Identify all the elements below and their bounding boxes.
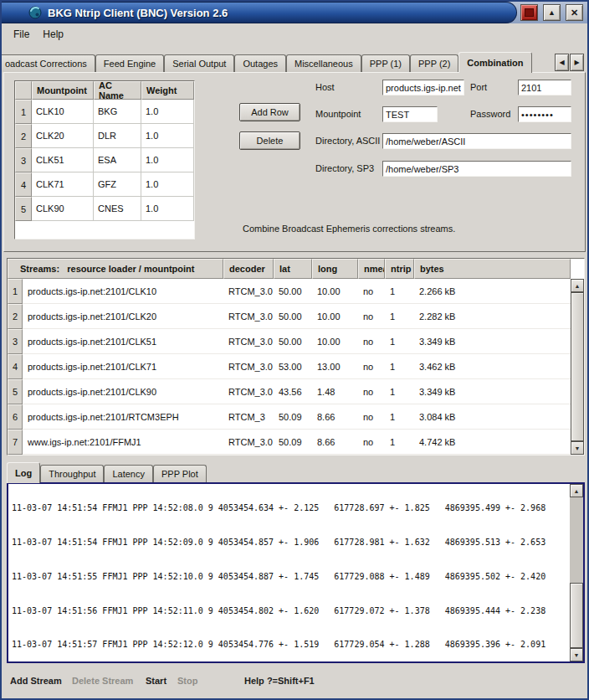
add-row-button[interactable]: Add Row [239, 103, 300, 121]
bytes-cell[interactable]: 3.349 kB [414, 329, 571, 354]
mountpoint-cell[interactable]: CLK90 [32, 197, 94, 221]
decoder-cell[interactable]: RTCM_3.0 [223, 354, 274, 379]
stream-url-cell[interactable]: products.igs-ip.net:2101/CLK10 [23, 279, 223, 304]
password-input[interactable] [518, 106, 571, 122]
bytes-cell[interactable]: 2.266 kB [414, 279, 571, 304]
menu-file[interactable]: File [7, 27, 36, 42]
ac-name-cell[interactable]: DLR [94, 124, 141, 148]
nmea-cell[interactable]: no [358, 354, 385, 379]
row-number[interactable]: 6 [8, 404, 23, 430]
ntrip-cell[interactable]: 1 [385, 354, 414, 379]
lat-cell[interactable]: 50.09 [274, 404, 312, 430]
decoder-cell[interactable]: RTCM_3 [223, 404, 274, 430]
scrollbar-thumb[interactable] [571, 292, 584, 441]
lat-cell[interactable]: 50.09 [274, 430, 312, 455]
mountpoint-cell[interactable]: CLK71 [32, 172, 94, 197]
help-button[interactable]: Help ?=Shift+F1 [244, 676, 315, 686]
maximize-button[interactable]: ▲ [543, 4, 561, 21]
row-number[interactable]: 5 [15, 197, 32, 221]
menu-help[interactable]: Help [36, 27, 70, 42]
tab-ppp-plot[interactable]: PPP Plot [153, 465, 207, 482]
ntrip-cell[interactable]: 1 [385, 430, 414, 455]
ac-name-cell[interactable]: GFZ [94, 172, 141, 197]
directory-sp3-input[interactable] [382, 161, 571, 177]
weight-cell[interactable]: 1.0 [141, 148, 194, 172]
header-ac-name[interactable]: AC Name [94, 81, 141, 100]
decoder-cell[interactable]: RTCM_3.0 [223, 329, 274, 354]
lat-cell[interactable]: 50.00 [274, 279, 312, 304]
lat-cell[interactable]: 50.00 [274, 304, 312, 329]
tab-throughput[interactable]: Throughput [40, 465, 104, 482]
mountpoint-input[interactable] [382, 106, 438, 122]
bytes-cell[interactable]: 4.742 kB [414, 430, 571, 455]
tab-combination[interactable]: Combination [458, 52, 531, 73]
row-number[interactable]: 3 [8, 329, 23, 354]
ntrip-cell[interactable]: 1 [385, 279, 414, 304]
stream-url-cell[interactable]: products.igs-ip.net:2101/CLK20 [23, 304, 223, 329]
scroll-down-icon[interactable]: ▼ [570, 648, 583, 661]
weight-cell[interactable]: 1.0 [141, 124, 194, 148]
lat-cell[interactable]: 53.00 [274, 354, 312, 379]
decoder-cell[interactable]: RTCM_3.0 [223, 279, 274, 304]
host-input[interactable] [382, 80, 464, 95]
tab-outages[interactable]: Outages [234, 54, 286, 72]
scrollbar-thumb[interactable] [570, 583, 583, 648]
scroll-down-icon[interactable]: ▼ [571, 441, 584, 455]
delete-button[interactable]: Delete [239, 131, 300, 150]
row-number[interactable]: 7 [8, 430, 23, 455]
weight-cell[interactable]: 1.0 [141, 197, 194, 221]
nmea-cell[interactable]: no [358, 404, 385, 430]
long-cell[interactable]: 10.00 [312, 304, 358, 329]
long-cell[interactable]: 8.66 [312, 430, 358, 455]
row-number[interactable]: 5 [8, 379, 23, 404]
row-number[interactable]: 2 [8, 304, 23, 329]
ac-name-cell[interactable]: CNES [94, 197, 141, 221]
tab-latency[interactable]: Latency [104, 465, 153, 482]
long-cell[interactable]: 8.66 [312, 404, 358, 430]
tab-feed-engine[interactable]: Feed Engine [95, 54, 164, 72]
titlebar[interactable]: BKG Ntrip Client (BNC) Version 2.6 ▲ ✕ [2, 2, 587, 23]
decoder-cell[interactable]: RTCM_3.0 [223, 430, 274, 455]
header-nmea[interactable]: nmea [358, 259, 385, 279]
mountpoint-cell[interactable]: CLK10 [32, 100, 94, 124]
stream-url-cell[interactable]: products.igs-ip.net:2101/RTCM3EPH [23, 404, 223, 430]
header-lat[interactable]: lat [274, 259, 312, 279]
tab-broadcast-corrections[interactable]: oadcast Corrections [2, 54, 95, 72]
bytes-cell[interactable]: 3.462 kB [414, 354, 571, 379]
minimize-button[interactable] [520, 4, 538, 21]
long-cell[interactable]: 10.00 [312, 329, 358, 354]
ntrip-cell[interactable]: 1 [385, 404, 414, 430]
tab-ppp-1[interactable]: PPP (1) [361, 54, 410, 72]
bytes-cell[interactable]: 2.282 kB [414, 304, 571, 329]
nmea-cell[interactable]: no [358, 329, 385, 354]
log-output[interactable]: 11-03-07 14:51:54 FFMJ1 PPP 14:52:08.0 9… [7, 482, 585, 663]
tab-scroll-left-icon[interactable]: ◀ [555, 54, 569, 71]
nmea-cell[interactable]: no [358, 430, 385, 455]
header-mountpoint[interactable]: Mountpoint [32, 81, 94, 100]
tab-miscellaneous[interactable]: Miscellaneous [286, 54, 361, 72]
ac-name-cell[interactable]: ESA [94, 148, 141, 172]
row-number[interactable]: 4 [8, 354, 23, 379]
mountpoint-cell[interactable]: CLK51 [32, 148, 94, 172]
streams-scrollbar[interactable]: ▲ ▼ [571, 279, 584, 455]
stream-url-cell[interactable]: products.igs-ip.net:2101/CLK90 [23, 379, 223, 404]
header-streams[interactable]: Streams: resource loader / mountpoint [8, 259, 223, 279]
long-cell[interactable]: 1.48 [312, 379, 358, 404]
tab-ppp-2[interactable]: PPP (2) [410, 54, 458, 72]
mountpoint-cell[interactable]: CLK20 [32, 124, 94, 148]
tab-serial-output[interactable]: Serial Output [164, 54, 234, 72]
long-cell[interactable]: 13.00 [312, 354, 358, 379]
header-bytes[interactable]: bytes [414, 259, 571, 279]
row-number[interactable]: 2 [15, 124, 32, 148]
ntrip-cell[interactable]: 1 [385, 304, 414, 329]
start-button[interactable]: Start [146, 676, 166, 686]
tab-log[interactable]: Log [7, 462, 40, 483]
stream-url-cell[interactable]: products.igs-ip.net:2101/CLK51 [23, 329, 223, 354]
lat-cell[interactable]: 43.56 [274, 379, 312, 404]
header-ntrip[interactable]: ntrip [385, 259, 414, 279]
add-stream-button[interactable]: Add Stream [10, 676, 62, 686]
header-decoder[interactable]: decoder [223, 259, 274, 279]
weight-cell[interactable]: 1.0 [141, 100, 194, 124]
decoder-cell[interactable]: RTCM_3.0 [223, 379, 274, 404]
row-number[interactable]: 1 [8, 279, 23, 304]
